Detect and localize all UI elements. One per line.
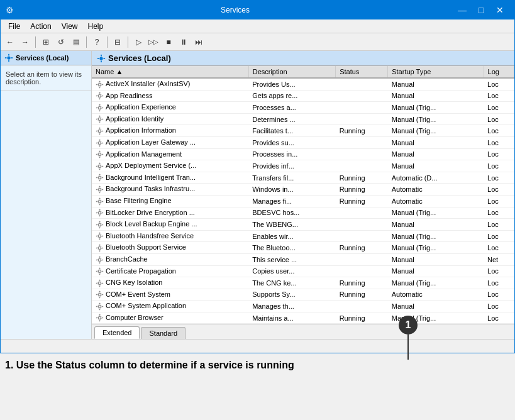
service-log-cell: Loc (484, 289, 514, 301)
service-gear-icon (96, 209, 104, 217)
close-button[interactable]: ✕ (490, 1, 509, 19)
table-row[interactable]: AppX Deployment Service (...Provides inf… (92, 160, 514, 172)
table-row[interactable]: BitLocker Drive Encryption ...BDESVC hos… (92, 207, 514, 219)
svg-rect-39 (102, 131, 103, 132)
svg-point-28 (98, 118, 101, 121)
tab-standard[interactable]: Standard (141, 327, 186, 339)
service-description-cell: Maintains a... (248, 312, 335, 324)
col-header-description[interactable]: Description (248, 66, 335, 78)
service-gear-icon (96, 150, 104, 158)
stop-service-button[interactable]: ■ (162, 35, 175, 49)
service-startup-cell: Automatic (388, 195, 484, 207)
svg-rect-86 (96, 224, 97, 225)
table-row[interactable]: Block Level Backup Engine ...The WBENG..… (92, 219, 514, 231)
table-row[interactable]: Background Tasks Infrastru...Windows in.… (92, 184, 514, 196)
service-startup-cell: Manual (Trig... (388, 102, 484, 114)
toolbar-separator-1 (35, 36, 36, 48)
table-row[interactable]: Computer BrowserMaintains a...RunningMan… (92, 312, 514, 324)
service-name-cell: Application Information (92, 125, 248, 137)
window-title: Services (18, 6, 453, 14)
callout-badge-container: 1 (399, 316, 418, 360)
table-row[interactable]: CNG Key IsolationThe CNG ke...RunningMan… (92, 277, 514, 289)
svg-point-52 (98, 165, 101, 167)
forward-button[interactable]: → (18, 35, 32, 49)
properties-button[interactable]: ⊟ (111, 35, 125, 49)
service-gear-icon (96, 139, 104, 147)
service-name-cell: Base Filtering Engine (92, 195, 248, 207)
service-description-cell: Processes in... (248, 148, 335, 160)
svg-point-64 (98, 188, 101, 191)
table-row[interactable]: Base Filtering EngineManages fi...Runnin… (92, 195, 514, 207)
svg-rect-61 (99, 180, 101, 182)
svg-point-130 (98, 317, 101, 319)
table-row[interactable]: Background Intelligent Tran...Transfers … (92, 172, 514, 184)
window-controls: — □ ✕ (453, 1, 509, 19)
table-row[interactable]: App ReadinessGets apps re...ManualLoc (92, 90, 514, 102)
service-description-cell: Provides Us... (248, 78, 335, 90)
svg-rect-116 (96, 282, 97, 284)
service-name-cell: AppX Deployment Service (... (92, 160, 248, 172)
tab-extended[interactable]: Extended (94, 326, 140, 339)
service-gear-icon (96, 185, 104, 194)
svg-rect-87 (102, 224, 103, 225)
service-gear-icon (96, 267, 104, 275)
svg-rect-44 (96, 142, 97, 143)
col-header-startup[interactable]: Startup Type (388, 66, 484, 78)
svg-rect-21 (102, 96, 103, 97)
svg-rect-54 (99, 163, 101, 164)
table-row[interactable]: Application Layer Gateway ...Provides su… (92, 136, 514, 148)
svg-rect-115 (99, 285, 101, 287)
app-icon: ⚙ (6, 5, 14, 15)
svg-rect-123 (102, 294, 103, 296)
svg-rect-121 (99, 297, 101, 298)
table-row[interactable]: BranchCacheThis service ...ManualNet (92, 253, 514, 265)
service-status-cell (336, 90, 388, 102)
svg-rect-57 (102, 165, 103, 167)
table-row[interactable]: Application InformationFacilitates t...R… (92, 125, 514, 137)
svg-rect-51 (102, 154, 103, 155)
tab-bar: Extended Standard (92, 324, 514, 339)
service-gear-icon (96, 232, 104, 240)
svg-rect-120 (99, 291, 101, 292)
services-table-container[interactable]: Name ▲ Description Status Startup Type L… (92, 66, 514, 324)
table-row[interactable]: Application IdentityDetermines ...Manual… (92, 113, 514, 125)
maximize-button[interactable]: □ (472, 1, 490, 19)
table-row[interactable]: COM+ System ApplicationManages th...Manu… (92, 301, 514, 312)
export-list-button[interactable]: ▤ (69, 35, 83, 49)
pause-service-button[interactable]: ⏸ (177, 35, 191, 49)
start-service-button[interactable]: ▷ (131, 35, 145, 49)
service-status-cell: Running (336, 289, 388, 301)
table-row[interactable]: ActiveX Installer (AxInstSV)Provides Us.… (92, 78, 514, 90)
menu-action[interactable]: Action (25, 21, 56, 32)
svg-rect-66 (99, 186, 101, 187)
svg-rect-45 (102, 142, 103, 143)
minimize-button[interactable]: — (453, 1, 472, 19)
table-row[interactable]: COM+ Event SystemSupports Sy...RunningAu… (92, 289, 514, 301)
col-header-name[interactable]: Name ▲ (92, 66, 248, 78)
help-button[interactable]: ? (90, 35, 104, 49)
service-name-cell: Application Management (92, 148, 248, 160)
service-status-cell: Running (336, 195, 388, 207)
col-header-log[interactable]: Log (484, 66, 514, 78)
service-log-cell: Loc (484, 184, 514, 196)
svg-rect-132 (99, 314, 101, 316)
table-row[interactable]: Bluetooth Handsfree ServiceEnables wir..… (92, 230, 514, 242)
restart-service-button[interactable]: ⏭ (192, 35, 206, 49)
menu-view[interactable]: View (57, 21, 83, 32)
menu-file[interactable]: File (3, 21, 25, 32)
back-button[interactable]: ← (3, 35, 17, 49)
svg-rect-97 (99, 250, 101, 251)
svg-rect-6 (101, 54, 102, 56)
col-header-status[interactable]: Status (336, 66, 388, 78)
table-row[interactable]: Application ManagementProcesses in...Man… (92, 148, 514, 160)
svg-rect-90 (99, 233, 101, 234)
table-row[interactable]: Bluetooth Support ServiceThe Bluetoo...R… (92, 242, 514, 254)
table-row[interactable]: Application ExperienceProcesses a...Manu… (92, 102, 514, 114)
service-status-cell: Running (336, 312, 388, 324)
start-service2-button[interactable]: ▷▷ (147, 35, 160, 49)
svg-rect-67 (99, 192, 101, 193)
refresh-button[interactable]: ↺ (54, 35, 68, 49)
show-hide-button[interactable]: ⊞ (39, 35, 53, 49)
table-row[interactable]: Certificate PropagationCopies user...Man… (92, 265, 514, 277)
menu-help[interactable]: Help (83, 21, 109, 32)
